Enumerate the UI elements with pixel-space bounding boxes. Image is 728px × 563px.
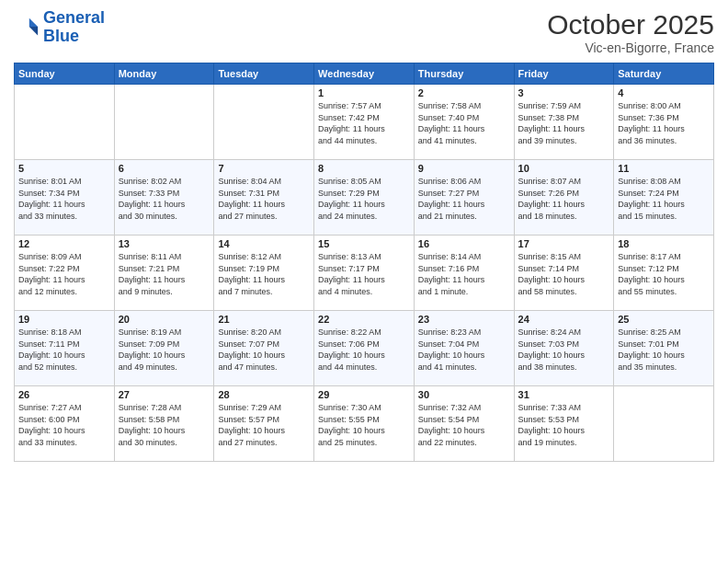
day-number: 22 [318,314,410,325]
calendar-cell: 27Sunrise: 7:28 AM Sunset: 5:58 PM Dayli… [114,386,214,462]
day-number: 25 [618,314,710,325]
day-info: Sunrise: 8:18 AM Sunset: 7:11 PM Dayligh… [18,327,110,373]
day-number: 9 [418,163,510,174]
svg-marker-0 [29,18,38,27]
day-info: Sunrise: 7:27 AM Sunset: 6:00 PM Dayligh… [18,402,110,448]
day-info: Sunrise: 7:59 AM Sunset: 7:38 PM Dayligh… [518,100,610,146]
calendar-cell: 4Sunrise: 8:00 AM Sunset: 7:36 PM Daylig… [614,85,714,160]
day-info: Sunrise: 7:30 AM Sunset: 5:55 PM Dayligh… [318,402,410,448]
day-number: 24 [518,314,610,325]
day-info: Sunrise: 8:22 AM Sunset: 7:06 PM Dayligh… [318,327,410,373]
day-info: Sunrise: 8:08 AM Sunset: 7:24 PM Dayligh… [618,176,710,222]
calendar-cell: 22Sunrise: 8:22 AM Sunset: 7:06 PM Dayli… [314,311,415,386]
col-header-monday: Monday [114,63,214,85]
day-number: 7 [218,163,310,174]
calendar-cell: 3Sunrise: 7:59 AM Sunset: 7:38 PM Daylig… [514,85,614,160]
day-info: Sunrise: 8:02 AM Sunset: 7:33 PM Dayligh… [119,176,210,222]
calendar-cell: 8Sunrise: 8:05 AM Sunset: 7:29 PM Daylig… [314,160,415,236]
day-info: Sunrise: 8:06 AM Sunset: 7:27 PM Dayligh… [418,176,510,222]
day-number: 2 [418,87,510,98]
logo-text: General Blue [43,9,105,46]
calendar-cell [614,386,714,462]
calendar-cell [114,85,214,160]
day-info: Sunrise: 8:05 AM Sunset: 7:29 PM Dayligh… [318,176,410,222]
day-info: Sunrise: 8:15 AM Sunset: 7:14 PM Dayligh… [518,251,610,297]
calendar-cell: 24Sunrise: 8:24 AM Sunset: 7:03 PM Dayli… [514,311,614,386]
calendar-cell: 7Sunrise: 8:04 AM Sunset: 7:31 PM Daylig… [214,160,314,236]
calendar-cell: 23Sunrise: 8:23 AM Sunset: 7:04 PM Dayli… [414,311,514,386]
page: General Blue October 2025 Vic-en-Bigorre… [0,0,728,563]
day-number: 4 [618,87,710,98]
calendar-cell: 6Sunrise: 8:02 AM Sunset: 7:33 PM Daylig… [114,160,214,236]
calendar-cell: 26Sunrise: 7:27 AM Sunset: 6:00 PM Dayli… [15,386,115,462]
day-number: 30 [418,389,510,400]
calendar-cell: 18Sunrise: 8:17 AM Sunset: 7:12 PM Dayli… [614,236,714,311]
col-header-wednesday: Wednesday [314,63,415,85]
day-number: 31 [518,389,610,400]
day-number: 20 [119,314,210,325]
day-info: Sunrise: 8:04 AM Sunset: 7:31 PM Dayligh… [218,176,310,222]
col-header-sunday: Sunday [15,63,115,85]
calendar-cell: 1Sunrise: 7:57 AM Sunset: 7:42 PM Daylig… [314,85,415,160]
day-number: 11 [618,163,710,174]
day-info: Sunrise: 8:20 AM Sunset: 7:07 PM Dayligh… [218,327,310,373]
day-info: Sunrise: 8:09 AM Sunset: 7:22 PM Dayligh… [18,251,110,297]
logo: General Blue [14,9,105,46]
day-info: Sunrise: 7:33 AM Sunset: 5:53 PM Dayligh… [518,402,610,448]
day-info: Sunrise: 7:32 AM Sunset: 5:54 PM Dayligh… [418,402,510,448]
day-number: 21 [218,314,310,325]
day-info: Sunrise: 8:19 AM Sunset: 7:09 PM Dayligh… [119,327,210,373]
day-number: 17 [518,238,610,249]
week-row-0: 1Sunrise: 7:57 AM Sunset: 7:42 PM Daylig… [15,85,714,160]
calendar-cell: 29Sunrise: 7:30 AM Sunset: 5:55 PM Dayli… [314,386,415,462]
calendar-cell: 15Sunrise: 8:13 AM Sunset: 7:17 PM Dayli… [314,236,415,311]
location: Vic-en-Bigorre, France [547,40,714,55]
calendar-cell: 10Sunrise: 8:07 AM Sunset: 7:26 PM Dayli… [514,160,614,236]
day-info: Sunrise: 8:00 AM Sunset: 7:36 PM Dayligh… [618,100,710,146]
calendar-cell: 14Sunrise: 8:12 AM Sunset: 7:19 PM Dayli… [214,236,314,311]
day-number: 27 [119,389,210,400]
title-block: October 2025 Vic-en-Bigorre, France [547,9,714,55]
day-number: 10 [518,163,610,174]
day-info: Sunrise: 8:01 AM Sunset: 7:34 PM Dayligh… [18,176,110,222]
calendar-cell: 25Sunrise: 8:25 AM Sunset: 7:01 PM Dayli… [614,311,714,386]
week-row-3: 19Sunrise: 8:18 AM Sunset: 7:11 PM Dayli… [15,311,714,386]
day-number: 18 [618,238,710,249]
calendar-cell: 12Sunrise: 8:09 AM Sunset: 7:22 PM Dayli… [15,236,115,311]
calendar-cell: 31Sunrise: 7:33 AM Sunset: 5:53 PM Dayli… [514,386,614,462]
logo-icon [14,15,40,40]
day-info: Sunrise: 7:28 AM Sunset: 5:58 PM Dayligh… [119,402,210,448]
calendar-cell: 9Sunrise: 8:06 AM Sunset: 7:27 PM Daylig… [414,160,514,236]
calendar-cell: 2Sunrise: 7:58 AM Sunset: 7:40 PM Daylig… [414,85,514,160]
col-header-friday: Friday [514,63,614,85]
calendar-cell: 13Sunrise: 8:11 AM Sunset: 7:21 PM Dayli… [114,236,214,311]
calendar-cell [15,85,115,160]
day-info: Sunrise: 8:23 AM Sunset: 7:04 PM Dayligh… [418,327,510,373]
day-number: 8 [318,163,410,174]
svg-marker-1 [29,27,38,35]
day-number: 16 [418,238,510,249]
calendar-cell: 30Sunrise: 7:32 AM Sunset: 5:54 PM Dayli… [414,386,514,462]
month-title: October 2025 [547,9,714,40]
day-number: 29 [318,389,410,400]
calendar-header-row: SundayMondayTuesdayWednesdayThursdayFrid… [15,63,714,85]
day-number: 26 [18,389,110,400]
week-row-2: 12Sunrise: 8:09 AM Sunset: 7:22 PM Dayli… [15,236,714,311]
week-row-1: 5Sunrise: 8:01 AM Sunset: 7:34 PM Daylig… [15,160,714,236]
day-number: 12 [18,238,110,249]
day-info: Sunrise: 8:13 AM Sunset: 7:17 PM Dayligh… [318,251,410,297]
calendar-cell: 20Sunrise: 8:19 AM Sunset: 7:09 PM Dayli… [114,311,214,386]
day-info: Sunrise: 8:17 AM Sunset: 7:12 PM Dayligh… [618,251,710,297]
day-info: Sunrise: 7:29 AM Sunset: 5:57 PM Dayligh… [218,402,310,448]
calendar-cell: 16Sunrise: 8:14 AM Sunset: 7:16 PM Dayli… [414,236,514,311]
day-info: Sunrise: 7:58 AM Sunset: 7:40 PM Dayligh… [418,100,510,146]
day-info: Sunrise: 8:07 AM Sunset: 7:26 PM Dayligh… [518,176,610,222]
day-info: Sunrise: 7:57 AM Sunset: 7:42 PM Dayligh… [318,100,410,146]
col-header-tuesday: Tuesday [214,63,314,85]
calendar-cell: 5Sunrise: 8:01 AM Sunset: 7:34 PM Daylig… [15,160,115,236]
day-number: 6 [119,163,210,174]
calendar: SundayMondayTuesdayWednesdayThursdayFrid… [14,63,714,462]
day-info: Sunrise: 8:11 AM Sunset: 7:21 PM Dayligh… [119,251,210,297]
day-number: 1 [318,87,410,98]
week-row-4: 26Sunrise: 7:27 AM Sunset: 6:00 PM Dayli… [15,386,714,462]
